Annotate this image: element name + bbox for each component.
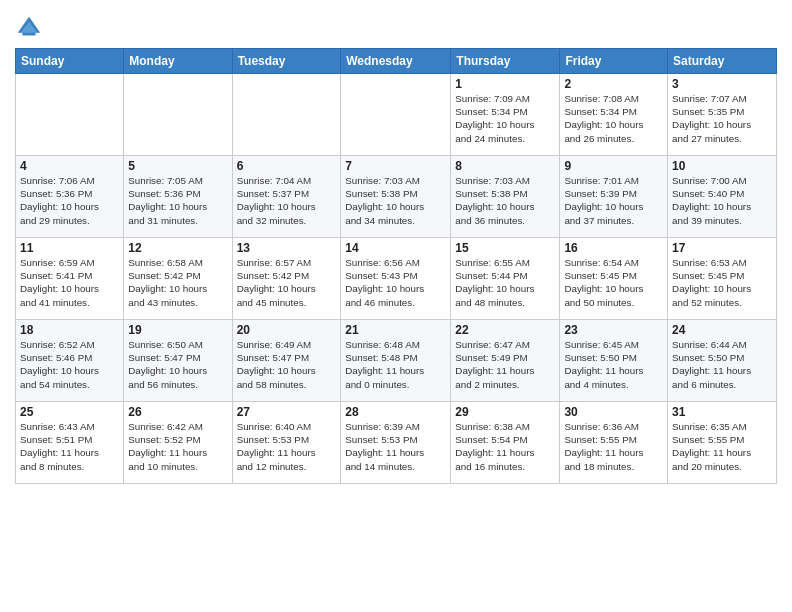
- day-info: Sunrise: 6:50 AM Sunset: 5:47 PM Dayligh…: [128, 338, 227, 391]
- calendar-table: SundayMondayTuesdayWednesdayThursdayFrid…: [15, 48, 777, 484]
- day-info: Sunrise: 7:03 AM Sunset: 5:38 PM Dayligh…: [455, 174, 555, 227]
- day-number: 16: [564, 241, 663, 255]
- day-number: 7: [345, 159, 446, 173]
- calendar-cell: 26Sunrise: 6:42 AM Sunset: 5:52 PM Dayli…: [124, 402, 232, 484]
- calendar-cell: 29Sunrise: 6:38 AM Sunset: 5:54 PM Dayli…: [451, 402, 560, 484]
- calendar-cell: [232, 74, 341, 156]
- day-info: Sunrise: 6:48 AM Sunset: 5:48 PM Dayligh…: [345, 338, 446, 391]
- calendar-cell: 12Sunrise: 6:58 AM Sunset: 5:42 PM Dayli…: [124, 238, 232, 320]
- day-number: 17: [672, 241, 772, 255]
- day-info: Sunrise: 7:07 AM Sunset: 5:35 PM Dayligh…: [672, 92, 772, 145]
- day-number: 22: [455, 323, 555, 337]
- day-info: Sunrise: 6:42 AM Sunset: 5:52 PM Dayligh…: [128, 420, 227, 473]
- calendar-header-monday: Monday: [124, 49, 232, 74]
- day-info: Sunrise: 6:54 AM Sunset: 5:45 PM Dayligh…: [564, 256, 663, 309]
- day-number: 29: [455, 405, 555, 419]
- day-number: 2: [564, 77, 663, 91]
- day-info: Sunrise: 7:00 AM Sunset: 5:40 PM Dayligh…: [672, 174, 772, 227]
- day-number: 23: [564, 323, 663, 337]
- calendar-cell: 23Sunrise: 6:45 AM Sunset: 5:50 PM Dayli…: [560, 320, 668, 402]
- header: [15, 10, 777, 42]
- day-info: Sunrise: 6:39 AM Sunset: 5:53 PM Dayligh…: [345, 420, 446, 473]
- day-info: Sunrise: 6:49 AM Sunset: 5:47 PM Dayligh…: [237, 338, 337, 391]
- calendar-cell: 15Sunrise: 6:55 AM Sunset: 5:44 PM Dayli…: [451, 238, 560, 320]
- day-number: 18: [20, 323, 119, 337]
- day-info: Sunrise: 6:38 AM Sunset: 5:54 PM Dayligh…: [455, 420, 555, 473]
- day-info: Sunrise: 7:09 AM Sunset: 5:34 PM Dayligh…: [455, 92, 555, 145]
- calendar-cell: 27Sunrise: 6:40 AM Sunset: 5:53 PM Dayli…: [232, 402, 341, 484]
- day-number: 3: [672, 77, 772, 91]
- day-number: 30: [564, 405, 663, 419]
- calendar-week-5: 25Sunrise: 6:43 AM Sunset: 5:51 PM Dayli…: [16, 402, 777, 484]
- calendar-cell: 16Sunrise: 6:54 AM Sunset: 5:45 PM Dayli…: [560, 238, 668, 320]
- day-info: Sunrise: 6:59 AM Sunset: 5:41 PM Dayligh…: [20, 256, 119, 309]
- calendar-cell: [124, 74, 232, 156]
- calendar-header-friday: Friday: [560, 49, 668, 74]
- calendar-cell: 3Sunrise: 7:07 AM Sunset: 5:35 PM Daylig…: [668, 74, 777, 156]
- calendar-cell: 19Sunrise: 6:50 AM Sunset: 5:47 PM Dayli…: [124, 320, 232, 402]
- day-info: Sunrise: 6:55 AM Sunset: 5:44 PM Dayligh…: [455, 256, 555, 309]
- calendar-cell: 8Sunrise: 7:03 AM Sunset: 5:38 PM Daylig…: [451, 156, 560, 238]
- calendar-cell: 11Sunrise: 6:59 AM Sunset: 5:41 PM Dayli…: [16, 238, 124, 320]
- day-info: Sunrise: 7:04 AM Sunset: 5:37 PM Dayligh…: [237, 174, 337, 227]
- calendar-header-sunday: Sunday: [16, 49, 124, 74]
- day-number: 6: [237, 159, 337, 173]
- logo: [15, 14, 45, 42]
- calendar-header-row: SundayMondayTuesdayWednesdayThursdayFrid…: [16, 49, 777, 74]
- day-info: Sunrise: 7:08 AM Sunset: 5:34 PM Dayligh…: [564, 92, 663, 145]
- day-info: Sunrise: 6:57 AM Sunset: 5:42 PM Dayligh…: [237, 256, 337, 309]
- calendar-cell: 28Sunrise: 6:39 AM Sunset: 5:53 PM Dayli…: [341, 402, 451, 484]
- day-info: Sunrise: 6:43 AM Sunset: 5:51 PM Dayligh…: [20, 420, 119, 473]
- calendar-cell: 17Sunrise: 6:53 AM Sunset: 5:45 PM Dayli…: [668, 238, 777, 320]
- svg-rect-2: [22, 33, 35, 36]
- calendar-cell: 24Sunrise: 6:44 AM Sunset: 5:50 PM Dayli…: [668, 320, 777, 402]
- calendar-cell: 20Sunrise: 6:49 AM Sunset: 5:47 PM Dayli…: [232, 320, 341, 402]
- day-number: 4: [20, 159, 119, 173]
- page: SundayMondayTuesdayWednesdayThursdayFrid…: [0, 0, 792, 612]
- day-info: Sunrise: 6:44 AM Sunset: 5:50 PM Dayligh…: [672, 338, 772, 391]
- calendar-cell: 31Sunrise: 6:35 AM Sunset: 5:55 PM Dayli…: [668, 402, 777, 484]
- day-info: Sunrise: 6:58 AM Sunset: 5:42 PM Dayligh…: [128, 256, 227, 309]
- calendar-header-saturday: Saturday: [668, 49, 777, 74]
- day-number: 14: [345, 241, 446, 255]
- day-info: Sunrise: 6:47 AM Sunset: 5:49 PM Dayligh…: [455, 338, 555, 391]
- calendar-cell: 9Sunrise: 7:01 AM Sunset: 5:39 PM Daylig…: [560, 156, 668, 238]
- calendar-cell: 18Sunrise: 6:52 AM Sunset: 5:46 PM Dayli…: [16, 320, 124, 402]
- calendar-cell: 4Sunrise: 7:06 AM Sunset: 5:36 PM Daylig…: [16, 156, 124, 238]
- day-number: 12: [128, 241, 227, 255]
- day-info: Sunrise: 6:36 AM Sunset: 5:55 PM Dayligh…: [564, 420, 663, 473]
- day-number: 11: [20, 241, 119, 255]
- day-number: 25: [20, 405, 119, 419]
- day-number: 8: [455, 159, 555, 173]
- day-number: 21: [345, 323, 446, 337]
- day-number: 24: [672, 323, 772, 337]
- calendar-cell: 25Sunrise: 6:43 AM Sunset: 5:51 PM Dayli…: [16, 402, 124, 484]
- calendar-week-4: 18Sunrise: 6:52 AM Sunset: 5:46 PM Dayli…: [16, 320, 777, 402]
- day-number: 15: [455, 241, 555, 255]
- day-number: 20: [237, 323, 337, 337]
- calendar-cell: 7Sunrise: 7:03 AM Sunset: 5:38 PM Daylig…: [341, 156, 451, 238]
- calendar-cell: 13Sunrise: 6:57 AM Sunset: 5:42 PM Dayli…: [232, 238, 341, 320]
- day-info: Sunrise: 6:40 AM Sunset: 5:53 PM Dayligh…: [237, 420, 337, 473]
- day-number: 13: [237, 241, 337, 255]
- calendar-cell: 2Sunrise: 7:08 AM Sunset: 5:34 PM Daylig…: [560, 74, 668, 156]
- day-info: Sunrise: 7:01 AM Sunset: 5:39 PM Dayligh…: [564, 174, 663, 227]
- day-info: Sunrise: 7:05 AM Sunset: 5:36 PM Dayligh…: [128, 174, 227, 227]
- day-number: 10: [672, 159, 772, 173]
- day-number: 5: [128, 159, 227, 173]
- calendar-cell: 14Sunrise: 6:56 AM Sunset: 5:43 PM Dayli…: [341, 238, 451, 320]
- calendar-cell: [16, 74, 124, 156]
- calendar-cell: 5Sunrise: 7:05 AM Sunset: 5:36 PM Daylig…: [124, 156, 232, 238]
- day-info: Sunrise: 7:06 AM Sunset: 5:36 PM Dayligh…: [20, 174, 119, 227]
- day-number: 28: [345, 405, 446, 419]
- calendar-header-tuesday: Tuesday: [232, 49, 341, 74]
- day-number: 1: [455, 77, 555, 91]
- day-number: 27: [237, 405, 337, 419]
- calendar-cell: 21Sunrise: 6:48 AM Sunset: 5:48 PM Dayli…: [341, 320, 451, 402]
- day-info: Sunrise: 6:45 AM Sunset: 5:50 PM Dayligh…: [564, 338, 663, 391]
- day-info: Sunrise: 6:53 AM Sunset: 5:45 PM Dayligh…: [672, 256, 772, 309]
- day-number: 9: [564, 159, 663, 173]
- calendar-cell: 30Sunrise: 6:36 AM Sunset: 5:55 PM Dayli…: [560, 402, 668, 484]
- day-info: Sunrise: 7:03 AM Sunset: 5:38 PM Dayligh…: [345, 174, 446, 227]
- calendar-header-thursday: Thursday: [451, 49, 560, 74]
